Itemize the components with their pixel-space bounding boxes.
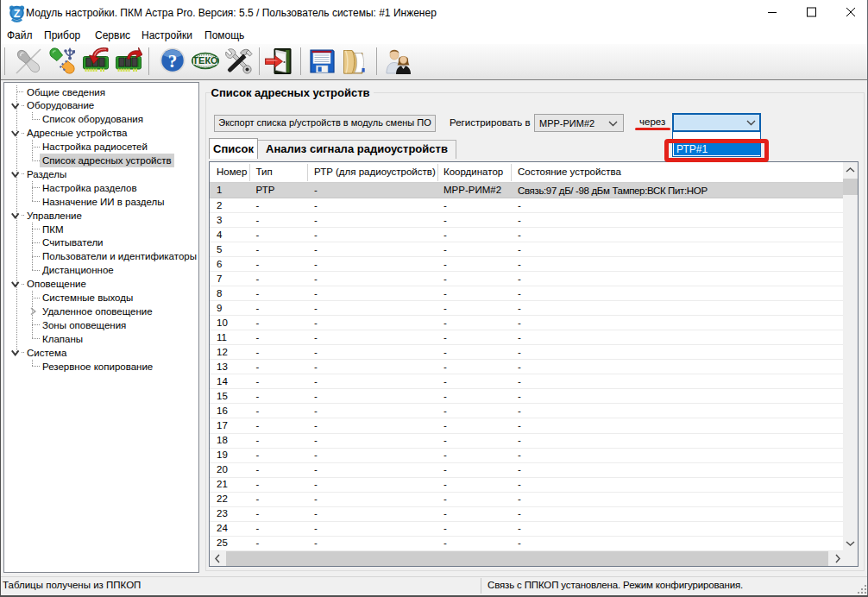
- svg-text:Z: Z: [14, 8, 21, 20]
- svg-text:ТЕКО: ТЕКО: [192, 55, 218, 66]
- svg-text:?: ?: [168, 51, 178, 72]
